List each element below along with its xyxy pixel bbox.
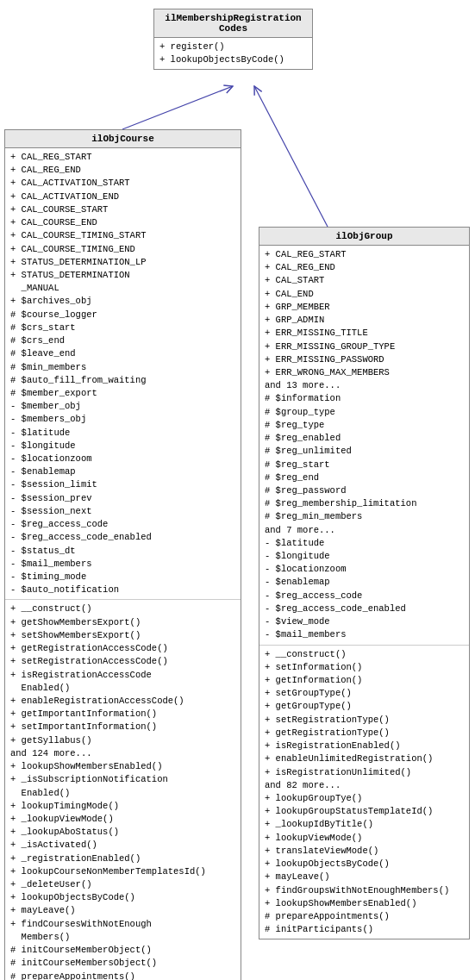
top-box-methods: + register() + lookupObjectsByCode() — [154, 38, 312, 69]
left-attr-3: + CAL_ACTIVATION_END — [10, 190, 235, 203]
top-box-header: ilMembershipRegistrationCodes — [154, 9, 312, 38]
right-attr-5: + GRP_ADMIN — [265, 314, 464, 327]
left-meth-6: + enableRegistrationAccessCode() — [10, 695, 235, 708]
right-meth-6: + getRegistrationType() — [265, 727, 464, 740]
right-meth-18: + findGroupsWithNotEnoughMembers() — [265, 884, 464, 897]
left-meth-12b: Enabled() — [10, 787, 235, 800]
right-attr-28: - $view_mode — [265, 615, 464, 628]
left-meth-21: + mayLeave() — [10, 904, 235, 917]
right-attr-18: # $reg_password — [265, 484, 464, 497]
left-attr-11: # $course_logger — [10, 309, 235, 321]
left-meth-17: + _registrationEnabled() — [10, 852, 235, 865]
arrow-right-to-top — [254, 86, 328, 227]
right-attr-1: + CAL_REG_END — [265, 261, 464, 274]
right-meth-3: + setGroupType() — [265, 687, 464, 700]
right-meth-8: + enableUnlimitedRegistration() — [265, 752, 464, 765]
left-meth-2: + setShowMembersExport() — [10, 629, 235, 642]
left-attr-29: - $status_dt — [10, 545, 235, 558]
left-box-header: ilObjCourse — [5, 130, 241, 148]
right-meth-21: # initParticipants() — [265, 923, 464, 936]
left-attr-9: + STATUS_DETERMINATION — [10, 269, 235, 282]
left-meth-9: + getSyllabus() — [10, 734, 235, 747]
left-attr-13: # $crs_end — [10, 334, 235, 347]
left-meth-3: + getRegistrationAccessCode() — [10, 642, 235, 655]
left-attr-18: - $member_obj — [10, 400, 235, 413]
right-meth-5: + setRegistrationType() — [265, 714, 464, 727]
right-attr-2: + CAL_START — [265, 274, 464, 287]
left-meth-19: + _deleteUser() — [10, 878, 235, 891]
right-attr-11: # $information — [265, 392, 464, 405]
right-attr-20: # $reg_min_members — [265, 510, 464, 523]
right-attr-14: # $reg_enabled — [265, 432, 464, 445]
right-attr-13: # $reg_type — [265, 419, 464, 432]
right-meth-11: + lookupGroupTye() — [265, 792, 464, 805]
left-meth-4: + setRegistrationAccessCode() — [10, 655, 235, 668]
left-meth-5b: Enabled() — [10, 682, 235, 695]
right-meth-10: and 82 more... — [265, 779, 464, 792]
left-box: ilObjCourse + CAL_REG_START + CAL_REG_EN… — [4, 129, 241, 980]
right-box: ilObjGroup + CAL_REG_START + CAL_REG_END… — [259, 227, 470, 939]
top-box-title: ilMembershipRegistrationCodes — [165, 13, 301, 34]
left-attr-22: - $locationzoom — [10, 453, 235, 465]
top-method-2: + lookupObjectsByCode() — [159, 53, 307, 66]
right-meth-20: # prepareAppointments() — [265, 910, 464, 923]
left-attr-15: # $min_members — [10, 361, 235, 374]
right-attr-27: - $reg_access_code_enabled — [265, 602, 464, 615]
left-attr-16: # $auto_fill_from_waiting — [10, 374, 235, 387]
left-attr-24: - $session_limit — [10, 478, 235, 491]
left-attr-20: - $latitude — [10, 427, 235, 440]
left-meth-22b: Members() — [10, 931, 235, 944]
left-attr-1: + CAL_REG_END — [10, 164, 235, 177]
right-attr-10: and 13 more... — [265, 379, 464, 392]
right-attr-0: + CAL_REG_START — [265, 248, 464, 261]
left-attr-21: - $longitude — [10, 440, 235, 453]
left-attr-19: - $members_obj — [10, 413, 235, 426]
left-attr-25: - $session_prev — [10, 492, 235, 505]
left-attr-28: - $reg_access_code_enabled — [10, 531, 235, 544]
left-attr-23: - $enablemap — [10, 465, 235, 478]
right-attr-3: + CAL_END — [265, 288, 464, 301]
left-attr-2: + CAL_ACTIVATION_START — [10, 177, 235, 190]
left-meth-11: + lookupShowMembersEnabled() — [10, 760, 235, 773]
right-attr-25: - $enablemap — [265, 576, 464, 589]
right-meth-15: + translateViewMode() — [265, 845, 464, 858]
right-attr-16: # $reg_start — [265, 459, 464, 471]
top-box: ilMembershipRegistrationCodes + register… — [153, 9, 313, 70]
right-attr-22: - $latitude — [265, 537, 464, 550]
right-attr-17: # $reg_end — [265, 471, 464, 484]
right-meth-13: + _lookupIdByTitle() — [265, 818, 464, 831]
left-meth-12: + _isSubscriptionNotification — [10, 773, 235, 786]
left-attr-0: + CAL_REG_START — [10, 151, 235, 164]
arrow-left-to-top — [122, 86, 233, 129]
left-attr-31: - $timing_mode — [10, 571, 235, 584]
left-meth-25: # prepareAppointments() — [10, 971, 235, 980]
left-attr-6: + CAL_COURSE_TIMING_START — [10, 229, 235, 242]
right-box-attributes: + CAL_REG_START + CAL_REG_END + CAL_STAR… — [259, 246, 469, 646]
right-box-header: ilObjGroup — [259, 228, 469, 246]
top-method-1: + register() — [159, 41, 307, 53]
left-meth-10: and 124 more... — [10, 747, 235, 760]
right-attr-4: + GRP_MEMBER — [265, 301, 464, 314]
left-meth-16: + _isActivated() — [10, 839, 235, 852]
left-meth-14: + _lookupViewMode() — [10, 813, 235, 826]
right-box-methods: + __construct() + setInformation() + get… — [259, 646, 469, 939]
left-meth-20: + lookupObjectsByCode() — [10, 891, 235, 904]
left-attr-26: - $session_next — [10, 505, 235, 518]
left-attr-27: - $reg_access_code — [10, 518, 235, 531]
left-meth-18: + lookupCourseNonMemberTemplatesId() — [10, 865, 235, 878]
left-meth-22: + findCoursesWithNotEnough — [10, 918, 235, 931]
left-attr-14: # $leave_end — [10, 347, 235, 360]
left-attr-8: + STATUS_DETERMINATION_LP — [10, 256, 235, 269]
right-attr-12: # $group_type — [265, 406, 464, 419]
left-meth-24: # initCourseMembersObject() — [10, 957, 235, 970]
right-attr-26: - $reg_access_code — [265, 590, 464, 602]
left-box-attributes: + CAL_REG_START + CAL_REG_END + CAL_ACTI… — [5, 148, 241, 600]
right-attr-8: + ERR_MISSING_PASSWORD — [265, 353, 464, 366]
left-meth-1: + getShowMembersExport() — [10, 616, 235, 629]
right-attr-29: - $mail_members — [265, 628, 464, 641]
right-meth-1: + setInformation() — [265, 661, 464, 674]
right-meth-9: + isRegistrationUnlimited() — [265, 766, 464, 779]
left-attr-5: + CAL_COURSE_END — [10, 216, 235, 229]
right-box-title: ilObjGroup — [335, 231, 392, 241]
left-attr-9b: _MANUAL — [10, 282, 235, 295]
